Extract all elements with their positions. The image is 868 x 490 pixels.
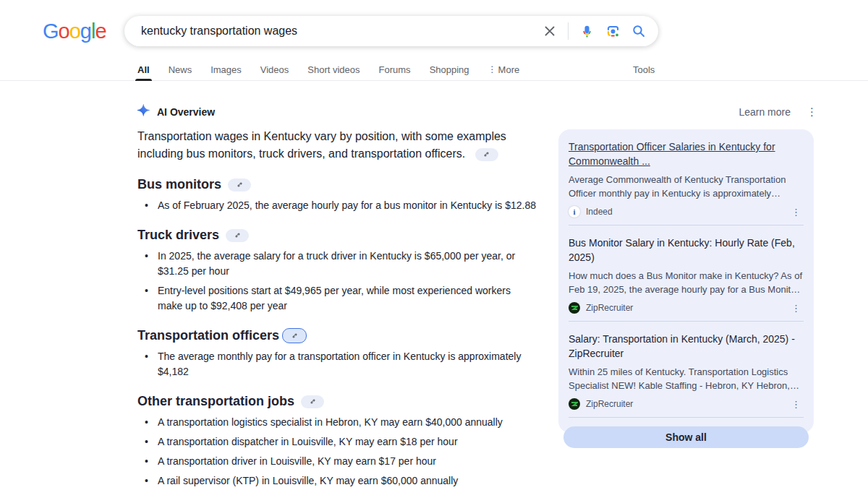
- ziprecruiter-icon: [569, 398, 580, 410]
- source-name: Indeed: [586, 207, 613, 217]
- ai-overview-header: AI Overview Learn more ⋮: [137, 104, 817, 119]
- card-kebab-icon[interactable]: ⋮: [788, 303, 804, 314]
- source-name: ZipRecruiter: [586, 303, 633, 313]
- bullet-item: In 2025, the average salary for a truck …: [143, 249, 534, 279]
- source-link-chip[interactable]: [226, 229, 249, 242]
- source-card-snippet: Average Commonwealth of Kentucky Transpo…: [569, 173, 804, 200]
- tab-news[interactable]: News: [169, 61, 192, 81]
- section-heading-bus-monitors: Bus monitors: [137, 177, 542, 192]
- tab-videos[interactable]: Videos: [260, 61, 289, 81]
- more-kebab-icon: ⋮: [488, 64, 497, 75]
- section-heading-truck-drivers: Truck drivers: [137, 228, 542, 243]
- card-divider: [569, 225, 804, 225]
- tab-forums[interactable]: Forums: [379, 61, 411, 81]
- bullet-item: The average monthly pay for a transporta…: [143, 349, 537, 379]
- voice-search-icon[interactable]: [579, 23, 595, 39]
- search-bar[interactable]: kentucky transportation wages: [124, 16, 658, 46]
- ai-overview-star-icon: [137, 104, 150, 119]
- bullet-item: As of February 2025, the average hourly …: [143, 198, 542, 213]
- bullet-list: A transportation logistics specialist in…: [137, 415, 542, 490]
- source-link-chip-active[interactable]: [282, 328, 307, 343]
- tab-more[interactable]: ⋮More: [488, 61, 520, 81]
- card-divider: [569, 417, 804, 418]
- source-card[interactable]: Bus Monitor Salary in Kentucky: Hourly R…: [558, 227, 814, 319]
- tab-shopping[interactable]: Shopping: [430, 61, 469, 81]
- section-heading-transportation-officers: Transportation officers: [137, 328, 542, 343]
- source-link-chip[interactable]: [301, 395, 324, 408]
- search-submit-icon[interactable]: [631, 23, 647, 39]
- tab-short-videos[interactable]: Short videos: [307, 61, 359, 81]
- source-card-snippet: How much does a Bus Monitor make in Kent…: [569, 269, 804, 296]
- source-card[interactable]: Transportation Officer Salaries in Kentu…: [558, 131, 814, 223]
- bullet-item: A transportation driver in Louisville, K…: [143, 454, 542, 469]
- google-logo[interactable]: Google: [43, 20, 106, 43]
- ziprecruiter-icon: [569, 302, 580, 314]
- card-kebab-icon[interactable]: ⋮: [788, 399, 804, 410]
- ai-overview-label: AI Overview: [157, 106, 215, 118]
- ai-overview-content: Transportation wages in Kentucky vary by…: [137, 128, 542, 490]
- clear-icon[interactable]: [542, 23, 558, 39]
- source-card[interactable]: Salary: Transportation in Kentucky (Marc…: [558, 323, 814, 416]
- google-search-results-page: Google kentucky transportation wages: [0, 0, 868, 490]
- sources-panel: Transportation Officer Salaries in Kentu…: [558, 129, 814, 433]
- card-kebab-icon[interactable]: ⋮: [788, 207, 804, 218]
- ai-overview-kebab-icon[interactable]: ⋮: [807, 106, 817, 118]
- indeed-icon: i: [569, 206, 580, 218]
- search-divider: [568, 22, 569, 40]
- bullet-list: The average monthly pay for a transporta…: [137, 349, 542, 379]
- search-input[interactable]: kentucky transportation wages: [141, 25, 542, 38]
- google-lens-icon[interactable]: [605, 23, 621, 39]
- bullet-item: A rail supervisor (KTP) in Louisville, K…: [143, 473, 542, 489]
- learn-more-link[interactable]: Learn more: [739, 106, 791, 118]
- source-card-title[interactable]: Transportation Officer Salaries in Kentu…: [569, 139, 804, 168]
- bullet-item: A transportation logistics specialist in…: [143, 415, 542, 430]
- source-card-snippet: Within 25 miles of Kentucky. Transportat…: [569, 365, 804, 392]
- source-name: ZipRecruiter: [586, 399, 633, 409]
- bullet-item: Entry-level positions start at $49,965 p…: [143, 283, 534, 314]
- bullet-list: In 2025, the average salary for a truck …: [137, 249, 542, 314]
- show-all-button[interactable]: Show all: [563, 426, 809, 448]
- source-card-title[interactable]: Bus Monitor Salary in Kentucky: Hourly R…: [569, 236, 804, 265]
- bullet-item: A transportation dispatcher in Louisvill…: [143, 434, 542, 450]
- source-link-chip[interactable]: [228, 179, 251, 192]
- tools-button[interactable]: Tools: [633, 64, 655, 75]
- source-card-title[interactable]: Salary: Transportation in Kentucky (Marc…: [569, 332, 804, 361]
- source-link-chip[interactable]: [475, 148, 498, 161]
- ai-overview-intro: Transportation wages in Kentucky vary by…: [137, 128, 514, 163]
- card-divider: [569, 321, 804, 322]
- bullet-list: As of February 2025, the average hourly …: [137, 198, 542, 213]
- results-tab-bar: All News Images Videos Short videos Foru…: [0, 61, 868, 81]
- tab-all[interactable]: All: [137, 61, 150, 81]
- section-heading-other-transportation-jobs: Other transportation jobs: [137, 394, 542, 409]
- tab-images[interactable]: Images: [210, 61, 242, 81]
